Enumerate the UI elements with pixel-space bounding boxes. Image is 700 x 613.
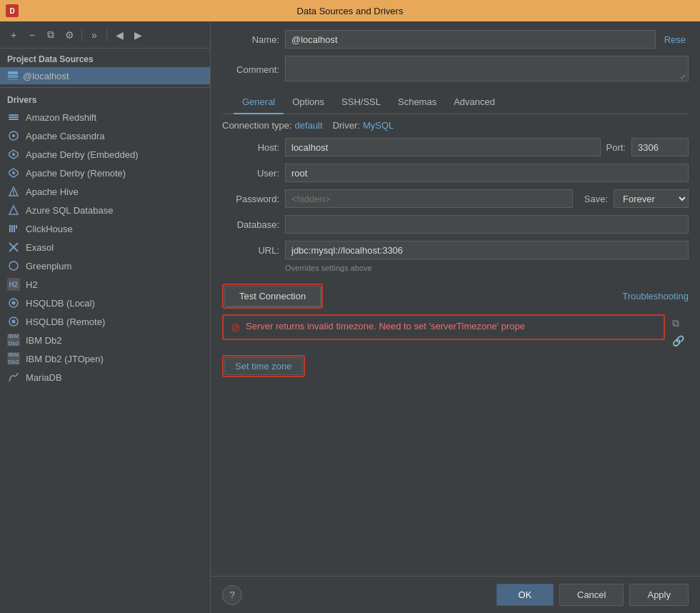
driver-apache-hive[interactable]: Apache Hive [0,182,210,201]
driver-label: HSQLDB (Local) [26,298,95,309]
reset-button[interactable]: Rese [661,34,689,45]
url-input[interactable] [285,241,689,259]
comment-input[interactable] [285,56,689,81]
driver-apache-derby-remote[interactable]: Apache Derby (Remote) [0,164,210,182]
url-label: URL: [222,245,279,256]
driver-hsqldb-remote[interactable]: HSQLDB (Remote) [0,312,210,331]
ibm-db2-jtopen-icon: IBMDb2 [7,352,20,365]
error-icon: ⊘ [231,321,240,334]
svg-rect-14 [9,225,11,232]
driver-greenplum[interactable]: Greenplum [0,256,210,275]
hsqldb-local-icon [7,296,20,309]
more-button[interactable]: » [86,27,102,43]
clickhouse-icon [7,222,20,235]
window-title: Data Sources and Drivers [297,6,404,16]
project-item-label: @localhost [23,71,69,81]
tab-ssh-ssl[interactable]: SSH/SSL [333,91,389,114]
port-input[interactable] [631,138,689,156]
url-row: URL: [222,241,689,259]
tab-general[interactable]: General [234,91,284,114]
driver-exasol[interactable]: Exasol [0,238,210,256]
apache-derby-embedded-icon [7,148,20,161]
drivers-section-title: Drivers [0,91,210,108]
host-port-row: Host: Port: [222,138,689,156]
svg-rect-2 [8,79,18,80]
apache-hive-icon [7,185,20,198]
error-message: Server returns invalid timezone. Need to… [246,320,525,333]
driver-apache-derby-embedded[interactable]: Apache Derby (Embedded) [0,145,210,164]
user-label: User: [222,168,279,179]
svg-rect-0 [8,71,18,74]
driver-label: Apache Derby (Embedded) [26,149,139,160]
apache-cassandra-icon [7,129,20,142]
database-label: Database: [222,219,279,230]
h2-icon: H2 [7,278,20,291]
title-bar: D Data Sources and Drivers [0,0,700,21]
driver-label: IBM Db2 [26,335,62,346]
driver-h2[interactable]: H2 H2 [0,275,210,294]
host-input[interactable] [285,138,601,156]
svg-rect-15 [11,225,13,232]
more-error-icon[interactable]: 🔗 [671,334,686,348]
driver-value[interactable]: MySQL [363,120,394,131]
password-label: Password: [222,194,279,204]
remove-button[interactable]: − [24,27,40,43]
toolbar-separator [81,29,82,41]
right-panel: Name: Rese Comment: ⤢ General Options SS… [211,21,700,613]
svg-marker-13 [9,206,18,214]
driver-ibm-db2-jtopen[interactable]: IBMDb2 IBM Db2 (JTOpen) [0,349,210,368]
forward-button[interactable]: ▶ [130,27,146,43]
name-input[interactable] [285,30,656,49]
copy-error-icon[interactable]: ⧉ [671,316,686,331]
driver-apache-cassandra[interactable]: Apache Cassandra [0,126,210,145]
ibm-db2-icon: IBMDb2 [7,334,20,347]
driver-label: H2 [26,279,38,290]
test-connection-button[interactable]: Test Connection [224,286,321,306]
driver-ibm-db2[interactable]: IBMDb2 IBM Db2 [0,331,210,349]
driver-label: Greenplum [26,261,71,271]
save-select[interactable]: Forever Until restart Never [614,189,689,208]
tab-advanced[interactable]: Advanced [445,91,504,114]
hsqldb-remote-icon [7,315,20,328]
svg-rect-3 [9,114,19,116]
error-box: ⊘ Server returns invalid timezone. Need … [222,314,665,340]
driver-clickhouse[interactable]: ClickHouse [0,219,210,238]
cancel-button[interactable]: Cancel [559,584,624,606]
driver-azure-sql[interactable]: Azure SQL Database [0,201,210,219]
left-toolbar: + − ⧉ ⚙ » ◀ ▶ [0,21,210,49]
name-row: Name: Rese [222,30,689,49]
name-label: Name: [222,34,279,45]
host-label: Host: [222,142,279,153]
set-timezone-area: Set time zone [222,355,689,377]
set-timezone-wrapper: Set time zone [222,355,305,377]
driver-amazon-redshift[interactable]: Amazon Redshift [0,108,210,126]
comment-row: Comment: ⤢ [222,56,689,84]
section-divider [0,87,210,88]
add-button[interactable]: + [6,27,21,43]
back-button[interactable]: ◀ [111,27,127,43]
driver-label: Apache Hive [26,186,79,197]
driver-hsqldb-local[interactable]: HSQLDB (Local) [0,294,210,312]
tab-schemas[interactable]: Schemas [389,91,445,114]
copy-button[interactable]: ⧉ [43,27,59,43]
password-input[interactable] [285,189,573,208]
connection-type-value[interactable]: default [295,120,323,131]
app-icon: D [6,4,19,17]
svg-point-7 [12,134,15,137]
user-input[interactable] [285,164,689,182]
apply-button[interactable]: Apply [629,584,689,606]
driver-mariadb[interactable]: MariaDB [0,368,210,387]
connection-type-label: Connection type: [222,120,292,131]
ok-button[interactable]: OK [496,584,554,606]
set-timezone-button[interactable]: Set time zone [224,357,303,375]
tab-options[interactable]: Options [284,91,333,114]
help-button[interactable]: ? [222,585,242,605]
database-input[interactable] [285,215,689,234]
driver-label: Azure SQL Database [26,205,113,216]
troubleshooting-link[interactable]: Troubleshooting [622,291,689,301]
settings-button[interactable]: ⚙ [61,27,77,43]
user-row: User: [222,164,689,182]
test-connection-wrapper: Test Connection [222,284,323,309]
connection-type-row: Connection type: default Driver: MySQL [222,114,689,138]
project-item-localhost[interactable]: @localhost [0,67,210,84]
